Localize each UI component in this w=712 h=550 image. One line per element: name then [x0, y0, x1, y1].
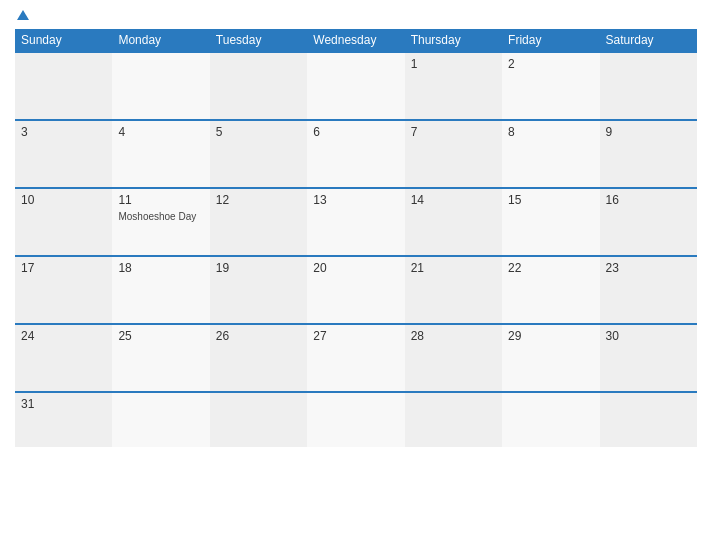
day-number: 23 — [606, 261, 691, 275]
calendar-day-cell: 7 — [405, 120, 502, 188]
calendar-day-cell: 15 — [502, 188, 599, 256]
calendar-day-cell: 17 — [15, 256, 112, 324]
calendar-day-cell — [502, 392, 599, 447]
calendar-day-cell — [15, 52, 112, 120]
logo — [15, 10, 29, 21]
weekday-header: Tuesday — [210, 29, 307, 52]
weekday-header: Sunday — [15, 29, 112, 52]
calendar-day-cell: 28 — [405, 324, 502, 392]
day-number: 9 — [606, 125, 691, 139]
logo-triangle-icon — [17, 10, 29, 20]
calendar-day-cell: 9 — [600, 120, 697, 188]
calendar-week-row: 17181920212223 — [15, 256, 697, 324]
day-number: 5 — [216, 125, 301, 139]
day-number: 6 — [313, 125, 398, 139]
day-number: 19 — [216, 261, 301, 275]
calendar-day-cell: 24 — [15, 324, 112, 392]
day-number: 14 — [411, 193, 496, 207]
day-number: 26 — [216, 329, 301, 343]
calendar-day-cell: 3 — [15, 120, 112, 188]
calendar-day-cell: 19 — [210, 256, 307, 324]
day-event: Moshoeshoe Day — [118, 211, 196, 222]
day-number: 30 — [606, 329, 691, 343]
calendar-day-cell: 8 — [502, 120, 599, 188]
calendar-day-cell — [405, 392, 502, 447]
calendar-day-cell — [112, 392, 209, 447]
day-number: 12 — [216, 193, 301, 207]
weekday-header: Saturday — [600, 29, 697, 52]
calendar-day-cell: 20 — [307, 256, 404, 324]
calendar-day-cell: 16 — [600, 188, 697, 256]
day-number: 3 — [21, 125, 106, 139]
calendar-day-cell: 11Moshoeshoe Day — [112, 188, 209, 256]
calendar-day-cell: 31 — [15, 392, 112, 447]
day-number: 17 — [21, 261, 106, 275]
calendar-day-cell: 25 — [112, 324, 209, 392]
day-number: 8 — [508, 125, 593, 139]
day-number: 28 — [411, 329, 496, 343]
day-number: 18 — [118, 261, 203, 275]
day-number: 22 — [508, 261, 593, 275]
calendar-day-cell: 14 — [405, 188, 502, 256]
day-number: 21 — [411, 261, 496, 275]
day-number: 7 — [411, 125, 496, 139]
calendar-week-row: 3456789 — [15, 120, 697, 188]
day-number: 2 — [508, 57, 593, 71]
calendar-day-cell: 18 — [112, 256, 209, 324]
calendar-day-cell: 1 — [405, 52, 502, 120]
day-number: 27 — [313, 329, 398, 343]
logo-blue-text — [15, 10, 29, 21]
calendar-day-cell: 4 — [112, 120, 209, 188]
calendar-day-cell: 2 — [502, 52, 599, 120]
weekday-header: Monday — [112, 29, 209, 52]
calendar-day-cell: 30 — [600, 324, 697, 392]
weekday-header: Friday — [502, 29, 599, 52]
calendar-day-cell — [600, 52, 697, 120]
calendar-day-cell: 10 — [15, 188, 112, 256]
day-number: 4 — [118, 125, 203, 139]
calendar-week-row: 1011Moshoeshoe Day1213141516 — [15, 188, 697, 256]
calendar-week-row: 12 — [15, 52, 697, 120]
weekday-header: Thursday — [405, 29, 502, 52]
weekday-header: Wednesday — [307, 29, 404, 52]
calendar-day-cell: 6 — [307, 120, 404, 188]
calendar-week-row: 31 — [15, 392, 697, 447]
day-number: 31 — [21, 397, 106, 411]
calendar-day-cell — [210, 392, 307, 447]
day-number: 29 — [508, 329, 593, 343]
calendar-day-cell: 13 — [307, 188, 404, 256]
calendar-table: SundayMondayTuesdayWednesdayThursdayFrid… — [15, 29, 697, 447]
calendar-header-row: SundayMondayTuesdayWednesdayThursdayFrid… — [15, 29, 697, 52]
header — [15, 10, 697, 21]
calendar-day-cell: 27 — [307, 324, 404, 392]
calendar-day-cell: 12 — [210, 188, 307, 256]
day-number: 20 — [313, 261, 398, 275]
page: SundayMondayTuesdayWednesdayThursdayFrid… — [0, 0, 712, 550]
day-number: 16 — [606, 193, 691, 207]
day-number: 24 — [21, 329, 106, 343]
calendar-day-cell — [210, 52, 307, 120]
calendar-day-cell: 21 — [405, 256, 502, 324]
day-number: 1 — [411, 57, 496, 71]
calendar-day-cell — [307, 52, 404, 120]
day-number: 13 — [313, 193, 398, 207]
calendar-day-cell: 26 — [210, 324, 307, 392]
calendar-day-cell: 29 — [502, 324, 599, 392]
day-number: 25 — [118, 329, 203, 343]
day-number: 11 — [118, 193, 203, 207]
calendar-day-cell: 22 — [502, 256, 599, 324]
day-number: 15 — [508, 193, 593, 207]
calendar-day-cell — [600, 392, 697, 447]
calendar-day-cell: 5 — [210, 120, 307, 188]
calendar-day-cell — [112, 52, 209, 120]
day-number: 10 — [21, 193, 106, 207]
calendar-week-row: 24252627282930 — [15, 324, 697, 392]
calendar-day-cell: 23 — [600, 256, 697, 324]
calendar-day-cell — [307, 392, 404, 447]
